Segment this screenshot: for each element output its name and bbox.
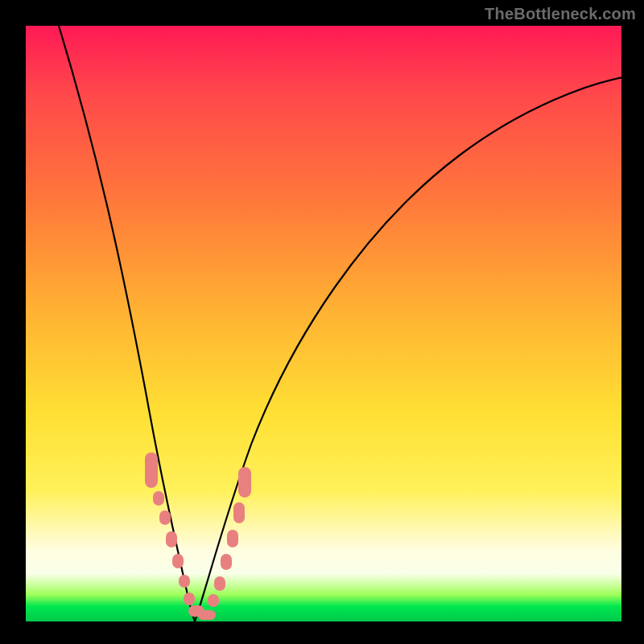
marker bbox=[179, 575, 190, 588]
marker bbox=[159, 510, 171, 525]
plot-area bbox=[26, 26, 621, 621]
marker bbox=[227, 530, 238, 547]
marker bbox=[208, 594, 219, 607]
curve-layer bbox=[26, 26, 621, 621]
chart-frame: TheBottleneck.com bbox=[0, 0, 644, 644]
marker bbox=[233, 502, 245, 523]
marker bbox=[198, 610, 216, 620]
curve-right-branch bbox=[195, 77, 621, 621]
marker bbox=[153, 491, 164, 506]
marker bbox=[214, 576, 225, 591]
marker bbox=[221, 554, 232, 570]
marker bbox=[184, 592, 195, 605]
marker bbox=[166, 531, 177, 547]
watermark-text: TheBottleneck.com bbox=[485, 5, 636, 23]
marker bbox=[145, 452, 158, 488]
marker bbox=[238, 467, 251, 497]
marker bbox=[172, 554, 184, 568]
marker-group bbox=[145, 452, 251, 620]
